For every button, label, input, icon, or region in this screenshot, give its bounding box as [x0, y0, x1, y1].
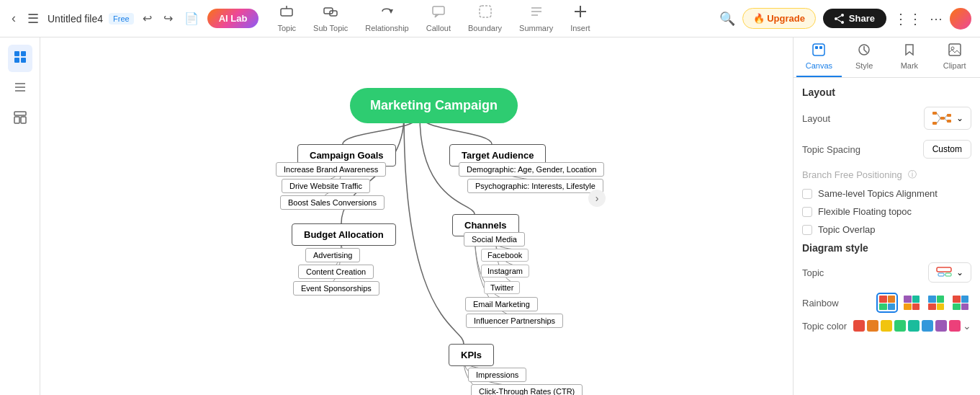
color-dot-red[interactable]: [853, 320, 865, 332]
avatar[interactable]: [950, 8, 971, 30]
email-marketing-node[interactable]: Email Marketing: [465, 297, 538, 311]
demographic-label: Demographic: Age, Gender, Location: [459, 162, 604, 177]
svg-rect-16: [14, 51, 19, 56]
view-grid-button[interactable]: [8, 45, 32, 72]
budget-node[interactable]: Budget Allocation: [292, 223, 396, 246]
tool-boundary[interactable]: Boundary: [461, 1, 509, 35]
expand-panel-button[interactable]: ›: [588, 190, 606, 207]
topic-overlap-row: Topic Overlap: [802, 224, 971, 235]
redo-button[interactable]: ↪: [161, 9, 176, 28]
svg-rect-34: [932, 122, 937, 125]
view-layout-button[interactable]: [8, 105, 32, 133]
social-media-label: Social Media: [464, 232, 525, 247]
tool-insert[interactable]: Insert: [563, 1, 598, 35]
back-button[interactable]: ‹: [9, 8, 19, 29]
share-button[interactable]: Share: [823, 9, 886, 28]
color-dot-pink[interactable]: [949, 320, 961, 332]
event-sponsorships-label: Event Sponsorships: [293, 281, 379, 296]
tool-summary[interactable]: Summary: [512, 1, 560, 35]
same-level-checkbox[interactable]: [802, 189, 812, 199]
flexible-row: Flexible Floating topoc: [802, 206, 971, 217]
tool-topic[interactable]: Topic: [270, 1, 303, 35]
ai-lab-button[interactable]: AI Lab: [207, 9, 259, 28]
tab-style[interactable]: Style: [842, 37, 887, 77]
content-creation-label: Content Creation: [298, 265, 374, 279]
help-icon[interactable]: ⓘ: [908, 169, 917, 181]
impressions-node[interactable]: Impressions: [468, 368, 526, 382]
color-dot-yellow[interactable]: [881, 320, 892, 332]
svg-point-31: [951, 47, 954, 50]
sales-conversions-node[interactable]: Boost Sales Conversions: [280, 195, 385, 210]
svg-rect-5: [480, 6, 491, 17]
tab-canvas[interactable]: Canvas: [796, 37, 842, 77]
influencer-label: Influencer Partnerships: [466, 314, 563, 328]
demographic-node[interactable]: Demographic: Age, Gender, Location: [459, 162, 604, 177]
kpis-node[interactable]: KPIs: [449, 344, 494, 366]
topic-color-label: Topic color: [802, 321, 847, 332]
advertising-node[interactable]: Advertising: [305, 248, 360, 262]
website-traffic-label: Drive Website Traffic: [282, 179, 370, 193]
history-button[interactable]: 📄: [181, 9, 202, 28]
budget-label: Budget Allocation: [292, 223, 396, 246]
topic-spacing-row: Topic Spacing Custom: [802, 140, 971, 159]
color-expand-icon[interactable]: ⌄: [963, 320, 971, 332]
same-level-label: Same-level Topics Alignment: [818, 188, 938, 199]
ctr-node[interactable]: Click-Through Rates (CTR): [471, 384, 583, 395]
left-sidebar: [0, 37, 40, 395]
view-list-button[interactable]: [8, 75, 32, 102]
rainbow-swatch-4[interactable]: [950, 293, 971, 313]
website-traffic-node[interactable]: Drive Website Traffic: [282, 179, 370, 193]
rainbow-swatch-3[interactable]: [925, 293, 947, 313]
rainbow-swatch-1[interactable]: [876, 293, 898, 313]
upgrade-button[interactable]: 🔥 Upgrade: [742, 8, 816, 29]
kpis-label: KPIs: [449, 344, 494, 366]
svg-point-13: [841, 21, 844, 24]
brand-awareness-node[interactable]: Increase Brand Awareness: [276, 162, 386, 177]
twitter-node[interactable]: Twitter: [484, 281, 520, 294]
rainbow-options: [876, 293, 971, 313]
svg-line-14: [837, 16, 841, 18]
color-dot-orange[interactable]: [867, 320, 878, 332]
topic-icon: [279, 4, 294, 22]
flexible-checkbox[interactable]: [802, 207, 812, 217]
tab-clipart[interactable]: Clipart: [932, 37, 977, 77]
layout-chevron-icon: ⌄: [956, 113, 963, 123]
event-sponsorships-node[interactable]: Event Sponsorships: [293, 281, 379, 296]
tool-subtopic[interactable]: Sub Topic: [306, 1, 355, 35]
more-button[interactable]: ⋯: [930, 11, 943, 27]
menu-button[interactable]: ☰: [24, 8, 42, 30]
search-button[interactable]: 🔍: [719, 11, 735, 27]
toolbar: ‹ ☰ Untitled file4 Free ↩ ↪ 📄 AI Lab Top…: [0, 0, 980, 37]
color-dot-purple[interactable]: [935, 320, 947, 332]
layout-dropdown[interactable]: ⌄: [924, 107, 971, 130]
apps-button[interactable]: ⋮⋮: [894, 10, 922, 27]
color-dot-teal[interactable]: [908, 320, 920, 332]
content-creation-node[interactable]: Content Creation: [298, 265, 374, 279]
topic-dropdown[interactable]: ⌄: [928, 262, 971, 283]
svg-point-11: [841, 14, 844, 17]
tool-callout[interactable]: Callout: [419, 1, 458, 35]
psychographic-label: Psychographic: Interests, Lifestyle: [467, 179, 603, 193]
tab-mark[interactable]: Mark: [887, 37, 932, 77]
canvas-tab-icon: [812, 43, 825, 60]
influencer-node[interactable]: Influencer Partnerships: [466, 314, 563, 328]
rainbow-swatch-2[interactable]: [901, 293, 922, 313]
color-dot-blue[interactable]: [922, 320, 933, 332]
tool-relationship[interactable]: Relationship: [358, 1, 416, 35]
color-dot-green[interactable]: [894, 320, 906, 332]
facebook-node[interactable]: Facebook: [481, 249, 529, 262]
insert-icon: [573, 4, 588, 22]
branch-label: Branch Free Positioning: [802, 169, 902, 180]
canvas-area[interactable]: Marketing Campaign Campaign Goals Increa…: [40, 37, 793, 395]
root-node[interactable]: Marketing Campaign: [350, 88, 518, 123]
social-media-node[interactable]: Social Media: [464, 232, 525, 247]
instagram-node[interactable]: Instagram: [481, 265, 529, 278]
psychographic-node[interactable]: Psychographic: Interests, Lifestyle: [467, 179, 603, 193]
topic-style-row: Topic ⌄: [802, 262, 971, 283]
undo-button[interactable]: ↩: [140, 9, 155, 28]
panel-tabs: Canvas Style Mark Clipart: [794, 37, 980, 78]
svg-rect-43: [945, 273, 951, 276]
tool-topic-label: Topic: [277, 24, 296, 32]
tool-callout-label: Callout: [426, 24, 451, 32]
topic-overlap-checkbox[interactable]: [802, 225, 812, 235]
